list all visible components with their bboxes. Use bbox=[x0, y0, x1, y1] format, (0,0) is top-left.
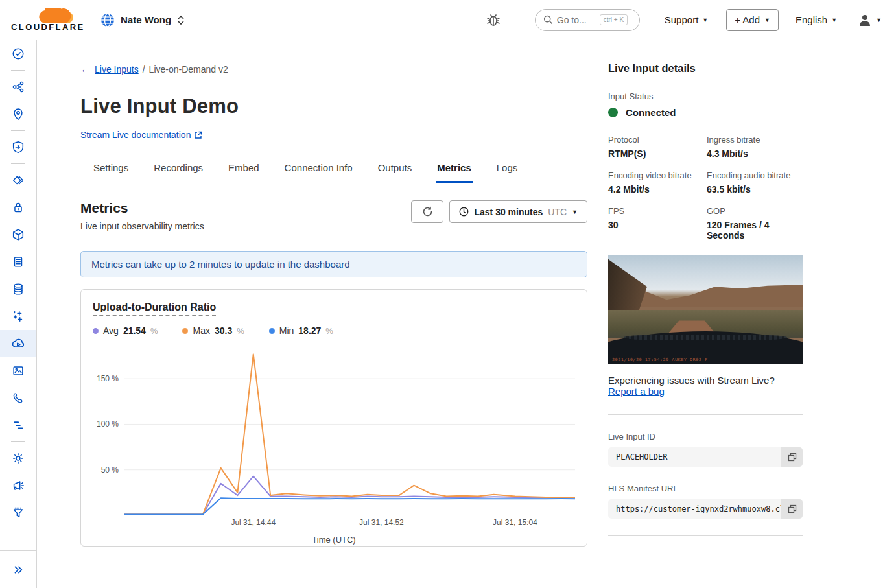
series-line-min bbox=[124, 498, 575, 514]
server-rack-icon bbox=[11, 255, 25, 269]
metrics-subtitle: Live input observability metrics bbox=[80, 221, 204, 231]
sidebar-collapse[interactable] bbox=[0, 550, 36, 588]
sidebar-item-clock-check[interactable] bbox=[0, 40, 36, 67]
ai-sparkles-icon bbox=[11, 309, 25, 323]
sidebar-nav bbox=[0, 40, 37, 588]
chevron-down-icon: ▼ bbox=[764, 17, 770, 23]
global-search[interactable]: ctrl + K bbox=[535, 9, 640, 31]
logo-wordmark: CLOUDFLARE bbox=[11, 22, 85, 32]
search-input[interactable] bbox=[557, 15, 596, 25]
person-icon bbox=[858, 13, 872, 27]
sidebar-item-images[interactable] bbox=[0, 357, 36, 384]
breadcrumb-live-inputs-link[interactable]: Live Inputs bbox=[95, 64, 139, 75]
sidebar-item-location[interactable] bbox=[0, 100, 36, 128]
network-nodes-icon bbox=[11, 80, 25, 94]
tab-metrics[interactable]: Metrics bbox=[436, 157, 473, 183]
chart-plot-area bbox=[124, 351, 575, 515]
sidebar-item-calls[interactable] bbox=[0, 384, 36, 412]
thumbnail-dash-vents bbox=[624, 335, 787, 340]
legend-dot-min bbox=[269, 328, 275, 334]
metrics-info-banner: Metrics can take up to 2 minutes to upda… bbox=[80, 251, 587, 277]
legend-dot-max bbox=[182, 328, 188, 334]
cloudflare-logo[interactable]: CLOUDFLARE bbox=[11, 8, 82, 32]
field-gop: GOP 120 Frames / 4 Seconds bbox=[707, 206, 803, 241]
external-link-icon bbox=[194, 131, 202, 139]
tab-recordings[interactable]: Recordings bbox=[152, 157, 204, 183]
legend-item-avg: Avg 21.54 % bbox=[93, 325, 158, 336]
sidebar-item-security[interactable] bbox=[0, 134, 36, 161]
breadcrumb-current: Live-on-Demand v2 bbox=[149, 64, 228, 75]
sidebar-item-storage[interactable] bbox=[0, 248, 36, 276]
debug-bug-icon[interactable] bbox=[486, 12, 501, 28]
stream-cloud-play-icon bbox=[10, 336, 26, 351]
tab-connection-info[interactable]: Connection Info bbox=[283, 157, 354, 183]
sidebar-item-speed[interactable] bbox=[0, 167, 36, 194]
sidebar-item-announcements[interactable] bbox=[0, 472, 36, 499]
copy-live-input-id-button[interactable] bbox=[781, 447, 803, 467]
refresh-button[interactable] bbox=[411, 200, 443, 223]
page-title: Live Input Demo bbox=[80, 95, 587, 118]
hls-url-value: https://customer-igynxd2rwhmuoxw8.cloudf bbox=[608, 499, 781, 519]
legend-item-max: Max 30.3 % bbox=[182, 325, 244, 336]
y-axis-labels: 50 %100 %150 % bbox=[93, 351, 124, 515]
sidebar-item-filter[interactable] bbox=[0, 499, 36, 526]
support-menu[interactable]: Support▼ bbox=[665, 14, 708, 25]
hls-url-label: HLS Manifest URL bbox=[608, 484, 803, 493]
sidebar-item-ai[interactable] bbox=[0, 303, 36, 330]
refresh-icon bbox=[422, 206, 433, 217]
divider bbox=[608, 414, 803, 415]
database-icon bbox=[11, 282, 25, 296]
tab-settings[interactable]: Settings bbox=[92, 157, 130, 183]
account-name: Nate Wong bbox=[121, 14, 171, 25]
legend-dot-avg bbox=[93, 328, 99, 334]
x-axis-ticks: Jul 31, 14:44Jul 31, 14:52Jul 31, 15:04 bbox=[124, 518, 575, 530]
sidebar-item-stream[interactable] bbox=[0, 330, 36, 357]
language-menu[interactable]: English▼ bbox=[796, 14, 837, 25]
breadcrumb: ← Live Inputs / Live-on-Demand v2 bbox=[80, 64, 587, 75]
globe-icon bbox=[100, 13, 115, 27]
account-switcher[interactable]: Nate Wong bbox=[100, 13, 185, 27]
sidebar-item-workers[interactable] bbox=[0, 221, 36, 248]
y-axis-tick-label: 150 % bbox=[97, 374, 119, 383]
sidebar-item-ssl[interactable] bbox=[0, 194, 36, 221]
sidebar-divider bbox=[0, 439, 36, 445]
search-shortcut-badge: ctrl + K bbox=[600, 14, 628, 25]
x-axis-title: Time (UTC) bbox=[93, 535, 575, 545]
copy-icon bbox=[788, 453, 797, 462]
add-button[interactable]: + Add▼ bbox=[726, 9, 779, 31]
tab-outputs[interactable]: Outputs bbox=[377, 157, 414, 183]
status-value: Connected bbox=[626, 107, 676, 118]
live-input-id-label: Live Input ID bbox=[608, 432, 803, 441]
location-pin-icon bbox=[11, 107, 25, 121]
user-menu[interactable]: ▼ bbox=[858, 13, 882, 27]
x-axis-tick-label: Jul 31, 14:52 bbox=[359, 518, 404, 527]
chevron-down-icon: ▼ bbox=[876, 17, 882, 23]
copy-hls-url-button[interactable] bbox=[781, 499, 803, 519]
images-icon bbox=[11, 364, 25, 378]
field-fps: FPS 30 bbox=[608, 206, 707, 241]
divider bbox=[608, 535, 803, 536]
stream-docs-link[interactable]: Stream Live documentation bbox=[80, 130, 202, 140]
series-line-max bbox=[124, 354, 575, 514]
main-content: ← Live Inputs / Live-on-Demand v2 Live I… bbox=[80, 40, 587, 547]
metrics-heading: Metrics bbox=[80, 200, 204, 216]
chevron-down-icon: ▼ bbox=[702, 17, 708, 23]
tab-logs[interactable]: Logs bbox=[495, 157, 519, 183]
sidebar-item-database[interactable] bbox=[0, 276, 36, 303]
back-arrow-icon: ← bbox=[80, 64, 91, 75]
speed-layers-icon bbox=[11, 173, 25, 187]
field-video-bitrate: Encoding video bitrate 4.2 Mbit/s bbox=[608, 171, 707, 194]
sidebar-item-traffic[interactable] bbox=[0, 73, 36, 100]
sidebar-item-logs[interactable] bbox=[0, 412, 36, 439]
sidebar-divider bbox=[0, 161, 36, 167]
breadcrumb-separator: / bbox=[143, 64, 145, 75]
time-range-dropdown[interactable]: Last 30 minutes UTC ▼ bbox=[449, 200, 587, 223]
cube-icon bbox=[11, 228, 25, 242]
tab-embed[interactable]: Embed bbox=[227, 157, 261, 183]
chevron-down-icon: ▼ bbox=[831, 17, 837, 23]
report-bug-link[interactable]: Report a bug bbox=[608, 386, 665, 397]
upload-duration-chart-card: Upload-to-Duration Ratio Avg 21.54 % Max… bbox=[80, 289, 587, 547]
sidebar-item-settings[interactable] bbox=[0, 445, 36, 472]
stacked-bars-icon bbox=[11, 418, 25, 432]
issues-text: Experiencing issues with Stream Live? bbox=[608, 375, 803, 386]
